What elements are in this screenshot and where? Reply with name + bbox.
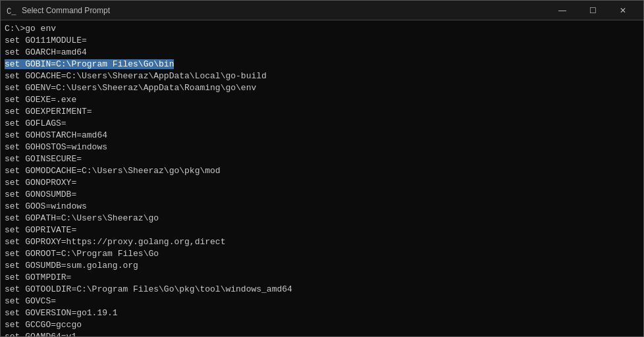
terminal-line: set GONOSUMDB= xyxy=(5,189,639,201)
titlebar: C_ Select Command Prompt — ☐ ✕ xyxy=(1,1,643,20)
terminal-line: set GOHOSTOS=windows xyxy=(5,142,639,153)
terminal-line: set GO111MODULE= xyxy=(5,35,639,47)
terminal-line: set GOFLAGS= xyxy=(5,118,639,130)
svg-text:C_: C_ xyxy=(7,7,16,16)
terminal-line: set GOSUMDB=sum.golang.org xyxy=(5,260,639,272)
terminal-line: C:\>go env xyxy=(5,23,639,35)
terminal-line: set GOBIN=C:\Program Files\Go\bin xyxy=(5,59,639,70)
window-title: Select Command Prompt xyxy=(22,6,547,15)
window-controls: — ☐ ✕ xyxy=(547,1,638,20)
terminal-line: set GOPROXY=https://proxy.golang.org,dir… xyxy=(5,236,639,248)
terminal-line: set GOVERSION=go1.19.1 xyxy=(5,307,639,319)
terminal-line: set GOPRIVATE= xyxy=(5,224,639,236)
cmd-icon: C_ xyxy=(6,5,16,16)
terminal-line: set GOPATH=C:\Users\Sheeraz\go xyxy=(5,213,639,224)
terminal-line: set GOENV=C:\Users\Sheeraz\AppData\Roami… xyxy=(5,82,639,94)
close-button[interactable]: ✕ xyxy=(608,1,638,20)
terminal-line: set GOARCH=amd64 xyxy=(5,47,639,59)
terminal-line: set GOTMPDIR= xyxy=(5,272,639,284)
terminal-line: set GOVCS= xyxy=(5,296,639,307)
terminal-line: set GOAMD64=v1 xyxy=(5,331,639,336)
cmd-window: C_ Select Command Prompt — ☐ ✕ C:\>go en… xyxy=(0,0,644,337)
terminal-line: set GOCACHE=C:\Users\Sheeraz\AppData\Loc… xyxy=(5,70,639,82)
terminal-line: set GOEXE=.exe xyxy=(5,94,639,106)
maximize-button[interactable]: ☐ xyxy=(577,1,608,20)
minimize-button[interactable]: — xyxy=(547,1,577,20)
terminal-line: set GOINSECURE= xyxy=(5,153,639,165)
terminal-line: set GONOPROXY= xyxy=(5,177,639,189)
terminal-output[interactable]: C:\>go envset GO111MODULE=set GOARCH=amd… xyxy=(1,20,643,336)
terminal-line: set GOHOSTARCH=amd64 xyxy=(5,130,639,142)
terminal-line: set GCCGO=gccgo xyxy=(5,319,639,331)
terminal-line: set GOROOT=C:\Program Files\Go xyxy=(5,248,639,260)
terminal-line: set GOOS=windows xyxy=(5,201,639,213)
terminal-line: set GOMODCACHE=C:\Users\Sheeraz\go\pkg\m… xyxy=(5,165,639,177)
terminal-line: set GOEXPERIMENT= xyxy=(5,106,639,118)
terminal-line: set GOTOOLDIR=C:\Program Files\Go\pkg\to… xyxy=(5,284,639,296)
